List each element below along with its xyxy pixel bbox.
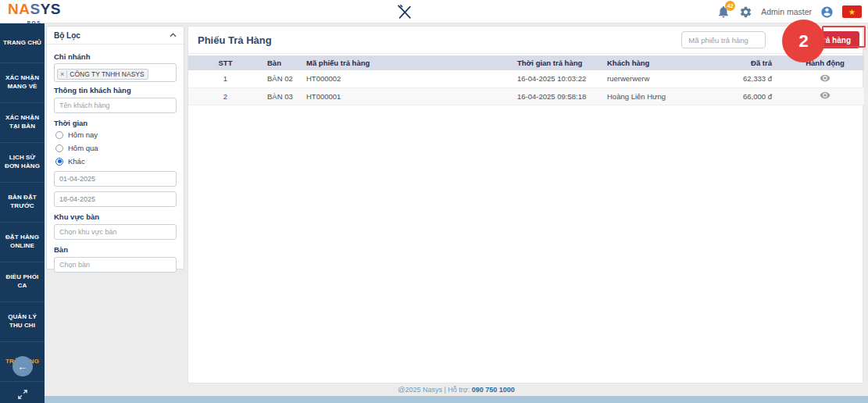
app-logo[interactable]: NASYS POS [8,2,61,30]
returns-panel: Phiếu Trả Hàng Trả hàng STT Bàn Mã phiếu… [188,26,863,383]
date-to-input[interactable] [54,191,177,207]
table-label: Bàn [54,245,177,254]
time-option-yesterday[interactable]: Hôm qua [55,144,177,152]
time-option-today[interactable]: Hôm nay [55,130,177,139]
notifications-button[interactable]: 42 [716,5,730,19]
time-option-other[interactable]: Khác [55,157,177,166]
col-khach-hang: Khách hàng [602,55,720,70]
sidebar-item-dat-hang-online[interactable]: ĐẶT HÀNG ONLINE [0,223,45,262]
fullscreen-toggle-button[interactable] [17,389,28,400]
cell-da-tra: 62,333 đ [720,70,786,87]
annotation-step-badge: 2 [782,20,825,62]
pos-app: NASYS POS 42 [0,0,868,403]
support-phone: 090 750 1000 [472,386,515,394]
avatar[interactable] [820,5,834,19]
radio-checked-icon [55,158,63,166]
gear-icon [739,5,752,19]
sidebar-collapse-button[interactable]: ← [13,356,33,376]
cell-ma-phieu: HT000001 [302,87,513,105]
top-right-toolbar: 42 Admin master ★ [716,0,862,23]
col-da-tra: Đã trả [720,55,786,70]
sidebar-item-lich-su-don-hang[interactable]: LỊCH SỬ ĐƠN HÀNG [0,143,45,183]
filter-panel-body: Chi nhánh × CÔNG TY TNHH NASYS Thông tin… [47,45,184,278]
return-code-search-input[interactable] [681,31,766,48]
user-avatar-icon [820,5,834,19]
cell-da-tra: 66,000 đ [720,87,786,105]
back-arrow-icon: ← [17,361,27,373]
filter-panel: Bộ Lọc Chi nhánh × CÔNG TY TNHH NASYS Th… [46,26,184,269]
chip-remove-icon[interactable]: × [58,70,67,78]
user-name[interactable]: Admin master [761,7,812,16]
customer-name-input[interactable] [54,98,177,113]
sidebar-item-xac-nhan-mang-ve[interactable]: XÁC NHẬN MANG VỀ [0,63,45,103]
logo-subtitle: POS [8,16,61,30]
expand-icon [17,389,28,400]
radio-icon [55,131,63,139]
page-title: Phiếu Trả Hàng [198,34,681,46]
logo-text-navy: YS [41,1,61,17]
cell-ma-phieu: HT000002 [302,70,513,87]
col-ma-phieu: Mã phiếu trả hàng [302,55,513,70]
customer-info-label: Thông tin khách hàng [54,86,177,95]
branch-select[interactable]: × CÔNG TY TNHH NASYS [54,63,177,82]
restaurant-utensils-icon[interactable] [396,4,413,21]
branch-chip-label: CÔNG TY TNHH NASYS [70,70,147,78]
col-stt: STT [188,55,263,70]
returns-panel-header: Phiếu Trả Hàng Trả hàng [188,27,863,54]
cell-stt: 2 [188,87,263,105]
flag-star: ★ [848,8,855,16]
settings-button[interactable] [739,5,752,19]
cell-thoi-gian: 16-04-2025 09:58:18 [513,87,602,105]
notification-badge: 42 [725,1,735,11]
sidebar: TRANG CHỦ XÁC NHẬN MANG VỀ XÁC NHẬN TẠI … [0,23,45,403]
filter-panel-header[interactable]: Bộ Lọc [47,27,184,45]
eye-icon [820,73,830,84]
cell-stt: 1 [188,70,263,87]
cell-thoi-gian: 16-04-2025 10:03:22 [513,70,602,87]
logo-text-mid: S [30,1,40,17]
col-thoi-gian: Thời gian trả hàng [513,55,602,70]
time-label: Thời gian [54,119,177,127]
table-row: 1 BÀN 02 HT000002 16-04-2025 10:03:22 ru… [188,70,864,87]
table-area-label: Khu vực bàn [54,212,177,221]
sidebar-item-xac-nhan-tai-ban[interactable]: XÁC NHẬN TẠI BÀN [0,103,45,143]
top-bar: NASYS POS 42 [0,0,868,23]
branch-label: Chi nhánh [54,52,177,61]
table-area-select[interactable] [54,224,177,240]
returns-table: STT Bàn Mã phiếu trả hàng Thời gian trả … [188,55,863,105]
eye-icon [820,90,830,101]
table-header-row: STT Bàn Mã phiếu trả hàng Thời gian trả … [188,55,864,70]
cell-khach-hang: ruerwerwerw [602,70,720,87]
sidebar-item-dieu-phoi-ca[interactable]: ĐIỀU PHỐI CA [0,262,45,302]
filter-title: Bộ Lọc [54,31,80,40]
col-ban: Bàn [263,55,302,70]
cell-khach-hang: Hoàng Liên Hưng [602,87,720,105]
sidebar-item-quan-ly-thu-chi[interactable]: QUẢN LÝ THU CHI [0,302,45,342]
footer-bar [45,396,868,403]
table-row: 2 BÀN 03 HT000001 16-04-2025 09:58:18 Ho… [188,87,864,105]
cell-ban: BÀN 02 [263,70,302,87]
date-from-input[interactable] [54,171,177,187]
vietnam-flag-icon[interactable]: ★ [842,5,862,18]
footer-text: @2025 Nasys | Hỗ trợ: 090 750 1000 [45,386,868,396]
chevron-up-icon [170,33,177,37]
cell-ban: BÀN 03 [263,87,302,105]
branch-chip: × CÔNG TY TNHH NASYS [57,69,148,80]
radio-icon [55,144,63,152]
view-detail-button[interactable] [820,90,830,101]
sidebar-item-ban-dat-truoc[interactable]: BÀN ĐẶT TRƯỚC [0,183,45,223]
logo-text-orange: NA [8,1,30,17]
table-select[interactable] [54,257,177,273]
view-detail-button[interactable] [820,73,830,84]
